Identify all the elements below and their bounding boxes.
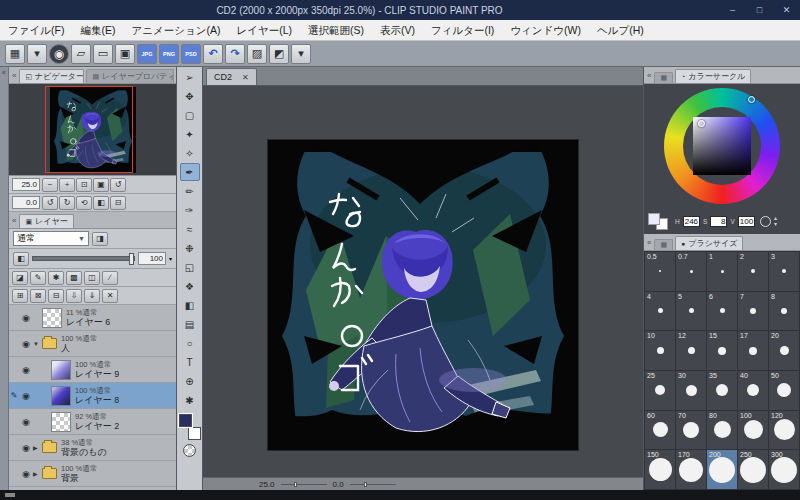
tab-brush-grid-icon[interactable]: ▦: [654, 239, 673, 250]
brush-size-cell[interactable]: 1: [707, 252, 737, 291]
document-close-icon[interactable]: ✕: [242, 73, 249, 82]
layer-thumbnail[interactable]: [51, 412, 71, 432]
bottom-bar-handle[interactable]: [5, 493, 15, 497]
brush-size-cell[interactable]: 8: [769, 292, 799, 331]
eyedropper-tool[interactable]: ✧: [180, 144, 200, 162]
blend-tool[interactable]: ❖: [180, 277, 200, 295]
hue-ring[interactable]: [664, 88, 780, 204]
merge-down-button[interactable]: ⇩: [66, 289, 82, 303]
brush-size-cell[interactable]: 3: [769, 252, 799, 291]
zoom-tool[interactable]: ⊕: [180, 372, 200, 390]
layer-visibility-toggle[interactable]: ◉: [19, 313, 33, 323]
actual-size-button[interactable]: ▣: [93, 178, 109, 192]
brush-size-cell[interactable]: 300: [769, 450, 799, 489]
main-color-swatch[interactable]: [179, 414, 192, 427]
zoom-value-field[interactable]: 25.0: [12, 178, 40, 191]
document-tab[interactable]: CD2 ✕: [206, 68, 257, 85]
sub-color-swatch[interactable]: [188, 427, 201, 440]
transparent-color-icon[interactable]: [760, 216, 771, 227]
brush-size-cell[interactable]: 15: [707, 331, 737, 370]
panel-collapse-arrow[interactable]: «: [11, 71, 17, 80]
redo-button[interactable]: ↷: [225, 44, 245, 64]
brush-size-cell[interactable]: 70: [676, 411, 706, 450]
brush-size-cell[interactable]: 0.7: [676, 252, 706, 291]
layer-visibility-toggle[interactable]: ◉: [19, 469, 33, 479]
brush-size-cell[interactable]: 170: [676, 450, 706, 489]
workspace-grid-button[interactable]: ▦: [5, 44, 25, 64]
lock-layer-button[interactable]: ✱: [48, 271, 64, 285]
tab-layers[interactable]: ▣レイヤー: [19, 214, 73, 228]
brush-size-cell[interactable]: 120: [769, 411, 799, 450]
brush-tool[interactable]: ✑: [180, 201, 200, 219]
new-vector-layer-button[interactable]: ⊠: [30, 289, 46, 303]
panel-collapse-arrow[interactable]: «: [11, 216, 17, 225]
layer-thumbnail[interactable]: [51, 386, 71, 406]
export-jpg-button[interactable]: JPG: [137, 44, 157, 64]
workspace-dropdown[interactable]: ▾: [27, 44, 47, 64]
auto-select-tool[interactable]: ✦: [180, 125, 200, 143]
lock-transparent-pixel-button[interactable]: ▩: [66, 271, 82, 285]
minimize-button[interactable]: –: [719, 0, 746, 20]
panel-collapse-arrow[interactable]: «: [646, 238, 652, 247]
brush-size-cell[interactable]: 40: [738, 371, 768, 410]
layer-expand-arrow[interactable]: ▶: [33, 444, 42, 451]
brush-size-cell[interactable]: 2: [738, 252, 768, 291]
layer-row[interactable]: ◉ 11 %通常 レイヤー 6: [9, 305, 176, 331]
zoom-out-button[interactable]: −: [42, 178, 58, 192]
artwork-image[interactable]: [268, 140, 578, 450]
rotation-value-field[interactable]: 0.0: [12, 196, 40, 209]
layer-visibility-toggle[interactable]: ◉: [19, 443, 33, 453]
eraser-tool[interactable]: ◱: [180, 258, 200, 276]
brush-size-cell[interactable]: 0.5: [645, 252, 675, 291]
opacity-slider[interactable]: [32, 256, 135, 261]
collapse-left-panel-arrow[interactable]: «: [2, 69, 6, 76]
menu-item-0[interactable]: ファイル(F): [0, 20, 72, 40]
undo-button[interactable]: ↶: [203, 44, 223, 64]
sv-selector[interactable]: [698, 120, 705, 127]
change-palette-color-button[interactable]: ◪: [12, 271, 28, 285]
rotate-right-button[interactable]: ↻: [59, 196, 75, 210]
current-color-swatch[interactable]: [648, 213, 660, 225]
combine-mode-button[interactable]: ◨: [92, 232, 108, 246]
menu-item-3[interactable]: レイヤー(L): [228, 20, 300, 40]
airbrush-tool[interactable]: ≈: [180, 220, 200, 238]
pen-tool[interactable]: ✒: [180, 163, 200, 181]
blend-mode-select[interactable]: 通常▼: [13, 231, 89, 246]
menu-item-8[interactable]: ヘルプ(H): [589, 20, 652, 40]
maximize-button[interactable]: □: [746, 0, 773, 20]
brush-size-cell[interactable]: 12: [676, 331, 706, 370]
menu-item-1[interactable]: 編集(E): [72, 20, 123, 40]
brush-size-cell[interactable]: 10: [645, 331, 675, 370]
hsv-saturation-value[interactable]: 8: [710, 216, 727, 227]
layer-row[interactable]: ◉ 92 %通常 レイヤー 2: [9, 409, 176, 435]
gradient-tool[interactable]: ▤: [180, 315, 200, 333]
close-button[interactable]: ✕: [773, 0, 800, 20]
layer-expand-arrow[interactable]: ▼: [33, 341, 42, 347]
fill-tool[interactable]: ◧: [180, 296, 200, 314]
pencil-tool[interactable]: ✏: [180, 182, 200, 200]
hsv-value-value[interactable]: 100: [738, 216, 755, 227]
status-zoom-value[interactable]: 25.0: [259, 480, 275, 489]
brush-size-cell[interactable]: 5: [676, 292, 706, 331]
menu-item-4[interactable]: 選択範囲(S): [300, 20, 372, 40]
opacity-value[interactable]: 100: [138, 252, 166, 265]
figure-tool[interactable]: ○: [180, 334, 200, 352]
export-png-button[interactable]: PNG: [159, 44, 179, 64]
tab-navigator[interactable]: ◱ナビゲーター: [19, 69, 84, 83]
transfer-to-lower-button[interactable]: ⇓: [84, 289, 100, 303]
layer-visibility-toggle[interactable]: ◉: [19, 365, 33, 375]
flip-vertical-button[interactable]: ⊟: [110, 196, 126, 210]
brush-size-cell[interactable]: 17: [738, 331, 768, 370]
enable-mask-button[interactable]: ◫: [84, 271, 100, 285]
brush-size-cell[interactable]: 150: [645, 450, 675, 489]
brush-size-cell[interactable]: 4: [645, 292, 675, 331]
brush-size-cell[interactable]: 35: [707, 371, 737, 410]
status-rotation-slider[interactable]: [350, 484, 396, 485]
brush-size-cell[interactable]: 20: [769, 331, 799, 370]
brush-size-cell[interactable]: 60: [645, 411, 675, 450]
toolbar-overflow-dropdown[interactable]: ▾: [291, 44, 311, 64]
save-button[interactable]: ▣: [115, 44, 135, 64]
hue-selector[interactable]: [748, 96, 755, 103]
color-panel-nav-arrows[interactable]: ▴▾: [774, 215, 777, 227]
open-file-button[interactable]: ▭: [93, 44, 113, 64]
